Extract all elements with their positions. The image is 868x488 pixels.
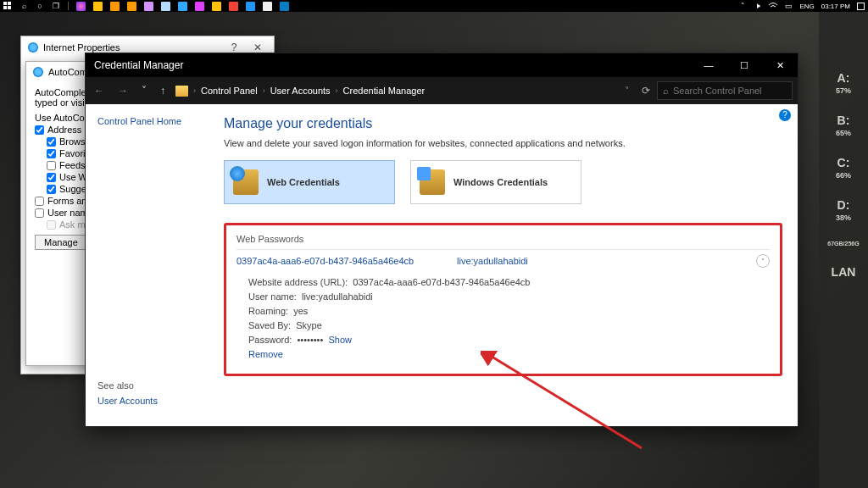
search-icon: ⌕ [663, 86, 669, 96]
minimize-button[interactable]: — [691, 53, 726, 77]
chevron-down-icon[interactable]: ˅ [625, 86, 630, 97]
maximize-button[interactable]: ☐ [726, 53, 762, 77]
main-content: ? Manage your credentials View and delet… [209, 104, 798, 426]
folder-icon [175, 86, 188, 97]
svg-rect-2 [3, 6, 7, 9]
battery-icon[interactable]: ▭ [784, 2, 793, 10]
remove-credential-link[interactable]: Remove [248, 349, 283, 359]
nav-forward-icon[interactable]: → [114, 85, 131, 97]
taskbar-app[interactable] [229, 2, 238, 11]
taskbar-app[interactable] [93, 2, 103, 11]
volume-icon[interactable]: 🕨 [754, 2, 762, 10]
search-input[interactable]: ⌕ Search Control Panel [657, 81, 793, 100]
see-also-label: See also [97, 380, 209, 391]
clock[interactable]: 03:17 PM [821, 3, 850, 10]
window-titlebar[interactable]: Credential Manager — ☐ ✕ [86, 53, 798, 77]
taskbar-app[interactable] [195, 2, 204, 11]
web-passwords-section: Web Passwords 0397ac4a-aaa6-e07d-b437-94… [224, 223, 782, 376]
ie-icon [28, 42, 38, 53]
page-title: Manage your credentials [224, 116, 782, 131]
taskbar-app[interactable] [280, 2, 289, 11]
taskbar-app[interactable] [127, 2, 136, 11]
windows-credentials-icon [420, 169, 445, 195]
web-credentials-card[interactable]: Web Credentials [224, 160, 395, 204]
taskbar-app[interactable] [263, 2, 272, 11]
credential-manager-window: Credential Manager — ☐ ✕ ← → ˅ ↑ › Contr… [85, 53, 798, 427]
dialog-title: Internet Properties [43, 42, 120, 53]
taskbar-app[interactable] [212, 2, 221, 11]
control-panel-home-link[interactable]: Control Panel Home [97, 116, 209, 126]
refresh-icon[interactable]: ⟳ [642, 85, 650, 97]
search-icon[interactable]: ⌕ [19, 2, 28, 10]
taskbar: ⌕ ○ ❐ ˄ 🕨 ▭ ENG 03:17 PM [0, 0, 868, 12]
taskbar-app[interactable] [76, 2, 86, 11]
window-navbar: ← → ˅ ↑ › Control Panel › User Accounts … [86, 77, 798, 104]
help-icon[interactable]: ? [779, 109, 791, 121]
nav-back-icon[interactable]: ← [91, 85, 108, 97]
taskbar-app[interactable] [161, 2, 170, 11]
svg-rect-3 [8, 6, 11, 9]
nav-up-icon[interactable]: ↑ [157, 85, 169, 97]
breadcrumb-item[interactable]: User Accounts [270, 86, 331, 96]
close-icon[interactable]: ✕ [248, 42, 267, 53]
manage-button[interactable]: Manage [35, 235, 87, 250]
language-indicator[interactable]: ENG [799, 3, 814, 10]
taskbar-app[interactable] [110, 2, 120, 11]
taskbar-app[interactable] [144, 2, 153, 11]
web-credentials-icon [233, 169, 259, 195]
user-accounts-link[interactable]: User Accounts [97, 396, 209, 406]
help-button[interactable]: ? [225, 42, 243, 53]
wifi-icon[interactable] [769, 2, 777, 10]
desktop-side-widget: A:57% B:65% C:66% D:38% 67GB/256G LAN [819, 12, 868, 488]
show-password-link[interactable]: Show [328, 335, 352, 345]
window-title: Credential Manager [94, 59, 183, 71]
sidebar: Control Panel Home See also User Account… [86, 104, 209, 426]
close-button[interactable]: ✕ [762, 53, 798, 77]
ie-icon [33, 67, 43, 77]
taskview-icon[interactable]: ❐ [52, 2, 60, 10]
credential-details: Website address (URL): 0397ac4a-aaa6-e07… [236, 272, 770, 362]
breadcrumb[interactable]: › Control Panel › User Accounts › Creden… [175, 86, 635, 97]
collapse-icon[interactable]: ˄ [756, 254, 770, 268]
tray-up-icon[interactable]: ˄ [738, 2, 747, 10]
svg-rect-1 [8, 2, 11, 5]
section-header: Web Passwords [236, 234, 770, 244]
credential-row[interactable]: 0397ac4a-aaa6-e07d-b437-946a5a46e4cb liv… [236, 249, 770, 272]
nav-recent-icon[interactable]: ˅ [138, 85, 150, 97]
breadcrumb-item[interactable]: Credential Manager [343, 86, 426, 96]
taskbar-app[interactable] [246, 2, 255, 11]
start-icon[interactable] [3, 2, 12, 10]
credential-url: 0397ac4a-aaa6-e07d-b437-946a5a46e4cb [236, 256, 457, 266]
breadcrumb-item[interactable]: Control Panel [201, 86, 258, 96]
taskbar-app[interactable] [178, 2, 187, 11]
credential-account: live:yadullahabidi [457, 256, 756, 266]
notifications-icon[interactable] [857, 3, 865, 10]
page-subtitle: View and delete your saved logon informa… [224, 138, 782, 148]
svg-rect-0 [3, 2, 7, 5]
cortana-icon[interactable]: ○ [36, 2, 44, 10]
windows-credentials-card[interactable]: Windows Credentials [410, 160, 581, 204]
